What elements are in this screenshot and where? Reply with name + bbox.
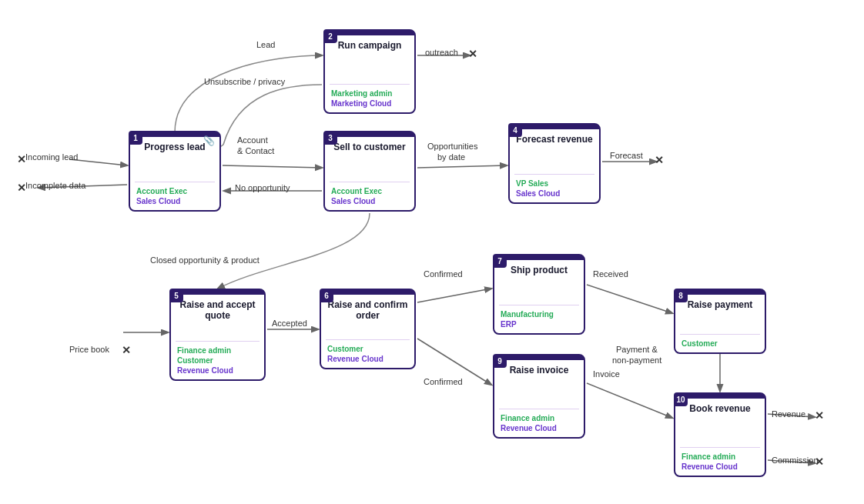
node-4[interactable]: 4 Forecast revenue VP Sales Sales Cloud [508,123,601,204]
label-closed: Closed opportunity & product [150,255,260,265]
node-4-header: 4 [510,125,599,129]
node-4-roles: VP Sales Sales Cloud [510,176,599,202]
node-7-cloud-0: ERP [501,320,578,329]
node-9-title: Raise invoice [494,360,584,407]
node-2-role-0: Marketing admin [331,89,408,98]
node-8[interactable]: 8 Raise payment Customer [674,289,766,354]
diagram-container: 1 📎 Progress lead Account Exec Sales Clo… [0,0,864,504]
x-mark-3: ✕ [122,344,131,356]
label-invoice: Invoice [593,369,620,379]
node-3-header: 3 [325,132,414,137]
node-6-roles: Customer Revenue Cloud [321,342,414,368]
x-mark-1: ✕ [17,153,26,165]
node-9-roles: Finance admin Revenue Cloud [494,411,584,437]
svg-line-12 [587,383,672,418]
node-7-role-0: Manufacturing [501,310,578,319]
node-10-title: Book revenue [675,399,765,446]
node-6-number: 6 [320,289,333,302]
node-2-divider [330,84,410,85]
node-5-header: 5 [171,290,264,295]
node-1-header: 1 📎 [130,132,219,137]
node-4-divider [514,174,594,175]
node-3-title: Sell to customer [325,137,414,180]
node-10-divider [680,447,760,448]
node-8-roles: Customer [675,336,765,352]
node-3-roles: Account Exec Sales Cloud [325,184,414,210]
node-5-title: Raise and accept quote [171,295,264,339]
node-6-role-0: Customer [327,345,408,353]
label-confirmed2: Confirmed [424,377,463,386]
x-mark-4: ✕ [468,48,477,60]
node-5-role-0: Finance admin [177,346,258,355]
node-8-role-0: Customer [681,339,759,348]
node-4-cloud-0: Sales Cloud [516,189,593,198]
node-3[interactable]: 3 Sell to customer Account Exec Sales Cl… [323,131,416,212]
label-accepted: Accepted [272,319,307,328]
label-account: Account [237,135,268,145]
attachment-icon: 📎 [203,135,215,146]
node-2-number: 2 [323,29,337,43]
node-10-header: 10 [675,394,765,399]
node-10-role-0: Finance admin [681,452,759,461]
label-bydate: by date [437,152,465,162]
node-1-cloud-0: Sales Cloud [136,197,213,205]
node-2[interactable]: 2 Run campaign Marketing admin Marketing… [323,29,416,114]
node-5-roles: Finance admin Customer Revenue Cloud [171,343,264,379]
label-incomplete: Incomplete data [25,181,85,190]
label-pricebook: Price book [69,345,109,354]
label-noopp: No opportunity [235,183,290,192]
node-10[interactable]: 10 Book revenue Finance admin Revenue Cl… [674,392,766,477]
svg-line-5 [417,165,507,168]
node-5[interactable]: 5 Raise and accept quote Finance admin C… [169,289,266,381]
node-8-number: 8 [674,289,688,302]
node-6-cloud-0: Revenue Cloud [327,355,408,363]
node-6-header: 6 [321,290,414,295]
node-9[interactable]: 9 Raise invoice Finance admin Revenue Cl… [493,354,585,439]
x-mark-5: ✕ [655,154,664,166]
label-lead: Lead [256,40,275,49]
svg-line-9 [417,289,491,302]
label-confirmed1: Confirmed [424,269,463,279]
label-outreach: outreach [425,48,458,57]
label-nonpay: non-payment [612,355,661,365]
node-8-header: 8 [675,290,765,295]
node-7-divider [499,305,579,305]
node-10-cloud-0: Revenue Cloud [681,462,759,471]
node-7[interactable]: 7 Ship product Manufacturing ERP [493,254,585,335]
node-5-role-1: Customer [177,356,258,365]
label-payment: Payment & [616,345,658,354]
node-7-roles: Manufacturing ERP [494,307,584,333]
x-mark-2: ✕ [17,182,26,194]
node-4-role-0: VP Sales [516,179,593,188]
label-revenue: Revenue [772,409,805,419]
node-8-title: Raise payment [675,295,765,332]
node-1-roles: Account Exec Sales Cloud [130,184,219,210]
svg-line-11 [587,285,672,313]
node-2-roles: Marketing admin Marketing Cloud [325,86,414,112]
node-5-cloud-0: Revenue Cloud [177,366,258,375]
node-5-divider [176,341,260,342]
node-9-divider [499,409,579,409]
node-1-number: 1 [129,131,142,145]
label-unsub: Unsubscribe / privacy [204,77,285,86]
node-1-role-0: Account Exec [136,187,213,195]
node-7-number: 7 [493,254,507,268]
node-1[interactable]: 1 📎 Progress lead Account Exec Sales Clo… [129,131,221,212]
label-contact: & Contact [237,146,274,155]
node-2-cloud-0: Marketing Cloud [331,99,408,108]
node-2-title: Run campaign [325,35,414,82]
svg-line-3 [223,165,322,168]
node-10-roles: Finance admin Revenue Cloud [675,449,765,476]
node-4-number: 4 [508,123,522,137]
node-6-divider [326,339,410,340]
node-5-number: 5 [169,289,183,302]
label-opp: Opportunities [427,142,477,151]
node-6[interactable]: 6 Raise and confirm order Customer Reven… [320,289,416,369]
node-3-divider [330,182,410,182]
node-1-divider [135,182,215,182]
x-mark-6: ✕ [815,409,824,422]
node-6-title: Raise and confirm order [321,295,414,338]
node-7-header: 7 [494,255,584,260]
label-incoming: Incoming lead [25,152,79,162]
node-7-title: Ship product [494,260,584,303]
